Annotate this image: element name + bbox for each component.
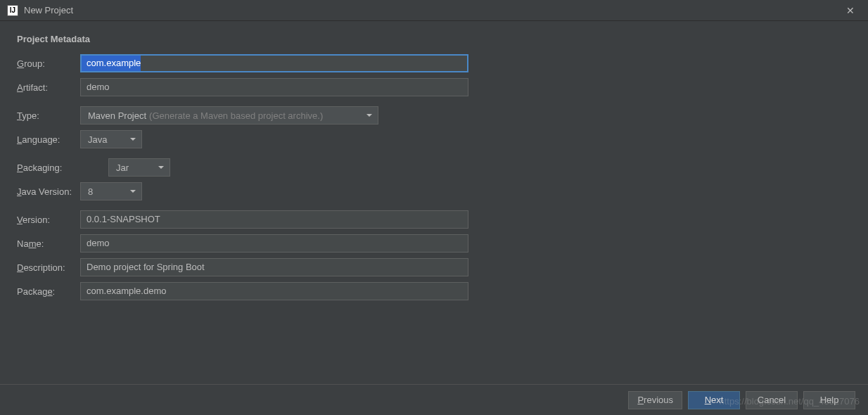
java-version-select-value: 8 [88, 186, 93, 197]
name-label: Name: [17, 238, 80, 249]
dialog-content: Project Metadata Group: com.example Arti… [0, 21, 868, 319]
group-input[interactable]: com.example [80, 54, 468, 72]
java-version-label: Java Version: [17, 186, 80, 197]
group-label: Group: [17, 58, 80, 69]
language-select-value: Java [88, 134, 107, 145]
titlebar: IJ New Project ✕ [0, 0, 868, 21]
chevron-down-icon [366, 114, 372, 117]
close-icon[interactable]: ✕ [840, 0, 861, 21]
name-input[interactable]: demo [80, 234, 468, 253]
package-input[interactable]: com.example.demo [80, 282, 468, 300]
dialog-footer: Previous Next Cancel Help [0, 384, 868, 415]
type-select[interactable]: Maven Project (Generate a Maven based pr… [80, 106, 378, 124]
package-label: Package: [17, 286, 80, 297]
description-input[interactable]: Demo project for Spring Boot [80, 258, 468, 276]
packaging-select[interactable]: Jar [108, 158, 170, 177]
next-button[interactable]: Next [688, 391, 740, 409]
chevron-down-icon [130, 138, 136, 141]
cancel-button[interactable]: Cancel [746, 391, 798, 409]
description-label: Description: [17, 262, 80, 273]
type-select-hint: (Generate a Maven based project archive.… [149, 110, 323, 121]
previous-button[interactable]: Previous [628, 391, 682, 409]
java-version-select[interactable]: 8 [80, 182, 142, 200]
app-icon: IJ [7, 5, 18, 16]
chevron-down-icon [158, 166, 164, 169]
language-label: Language: [17, 134, 80, 145]
help-button[interactable]: Help [803, 391, 855, 409]
language-select[interactable]: Java [80, 130, 142, 148]
section-title: Project Metadata [17, 34, 851, 44]
type-label: Type: [17, 110, 80, 121]
artifact-input[interactable]: demo [80, 78, 468, 96]
packaging-label: Packaging: [17, 162, 80, 173]
version-input[interactable]: 0.0.1-SNAPSHOT [80, 210, 468, 229]
window-title: New Project [24, 5, 73, 15]
packaging-select-value: Jar [116, 162, 129, 173]
type-select-value: Maven Project [88, 110, 146, 121]
artifact-label: Artifact: [17, 82, 80, 93]
version-label: Version: [17, 215, 80, 225]
chevron-down-icon [130, 190, 136, 193]
